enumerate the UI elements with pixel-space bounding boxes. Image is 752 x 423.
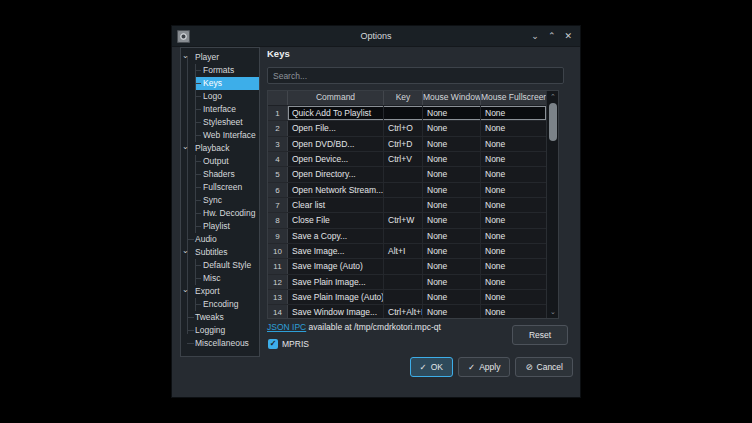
cell-command[interactable]: Save Window Image... — [288, 305, 384, 318]
sidebar-item-sync[interactable]: Sync — [195, 194, 259, 207]
cell-key[interactable]: Ctrl+V — [384, 152, 423, 166]
sidebar-item-interface[interactable]: Interface — [195, 103, 259, 116]
json-ipc-link[interactable]: JSON IPC — [267, 322, 306, 332]
cancel-button[interactable]: ⊘ Cancel — [515, 357, 573, 377]
cell-mouse-fullscreen[interactable]: None — [481, 137, 546, 151]
cell-mouse-fullscreen[interactable]: None — [481, 290, 546, 304]
table-row[interactable]: 6Open Network Stream...NoneNone — [268, 183, 546, 198]
cell-mouse-fullscreen[interactable]: None — [481, 106, 546, 120]
table-row[interactable]: 11Save Image (Auto)NoneNone — [268, 259, 546, 274]
search-input[interactable] — [267, 67, 564, 84]
cell-mouse-window[interactable]: None — [423, 275, 481, 289]
sidebar-item-logo[interactable]: Logo — [195, 90, 259, 103]
sidebar-item-output[interactable]: Output — [195, 155, 259, 168]
scrollbar-thumb[interactable] — [549, 103, 557, 141]
minimize-icon[interactable]: ⌄ — [531, 30, 539, 42]
header-command[interactable]: Command — [288, 91, 384, 105]
chevron-down-icon[interactable]: ⌄ — [182, 283, 189, 296]
sidebar-item-keys[interactable]: Keys — [195, 77, 259, 90]
sidebar-item-playlist[interactable]: Playlist — [195, 220, 259, 233]
sidebar-item-playback[interactable]: ⌄Playback — [195, 142, 259, 155]
sidebar-item-stylesheet[interactable]: Stylesheet — [195, 116, 259, 129]
mpris-checkbox[interactable]: ✓ — [268, 339, 278, 349]
cell-command[interactable]: Save Image (Auto) — [288, 259, 384, 273]
cell-key[interactable]: Ctrl+O — [384, 121, 423, 135]
sidebar-item-logging[interactable]: Logging — [195, 324, 259, 337]
apply-button[interactable]: ✓ Apply — [458, 357, 510, 377]
cell-mouse-fullscreen[interactable]: None — [481, 275, 546, 289]
cell-mouse-window[interactable]: None — [423, 167, 481, 181]
cell-command[interactable]: Open File... — [288, 121, 384, 135]
close-icon[interactable]: ✕ — [564, 30, 572, 42]
cell-command[interactable]: Open Network Stream... — [288, 183, 384, 197]
sidebar-item-shaders[interactable]: Shaders — [195, 168, 259, 181]
sidebar-item-tweaks[interactable]: Tweaks — [195, 311, 259, 324]
cell-key[interactable]: Ctrl+W — [384, 213, 423, 227]
cell-key[interactable] — [384, 290, 423, 304]
cell-key[interactable] — [384, 106, 423, 120]
cell-key[interactable] — [384, 275, 423, 289]
sidebar-item-audio[interactable]: Audio — [195, 233, 259, 246]
header-mouse-window[interactable]: Mouse Window — [423, 91, 481, 105]
table-row[interactable]: 1Quick Add To PlaylistNoneNone — [268, 106, 546, 121]
cell-mouse-fullscreen[interactable]: None — [481, 167, 546, 181]
mpris-row[interactable]: ✓ MPRIS — [268, 339, 309, 349]
cell-command[interactable]: Save a Copy... — [288, 229, 384, 243]
sidebar-item-player[interactable]: ⌄Player — [195, 51, 259, 64]
cell-mouse-fullscreen[interactable]: None — [481, 244, 546, 258]
cell-mouse-fullscreen[interactable]: None — [481, 121, 546, 135]
cell-key[interactable] — [384, 167, 423, 181]
cell-mouse-window[interactable]: None — [423, 229, 481, 243]
table-row[interactable]: 13Save Plain Image (Auto)NoneNone — [268, 290, 546, 305]
cell-command[interactable]: Open DVD/BD... — [288, 137, 384, 151]
table-row[interactable]: 5Open Directory...NoneNone — [268, 167, 546, 182]
cell-command[interactable]: Save Plain Image (Auto) — [288, 290, 384, 304]
cell-mouse-window[interactable]: None — [423, 121, 481, 135]
reset-button[interactable]: Reset — [512, 325, 568, 345]
cell-mouse-fullscreen[interactable]: None — [481, 198, 546, 212]
table-row[interactable]: 12Save Plain Image...NoneNone — [268, 275, 546, 290]
cell-mouse-window[interactable]: None — [423, 106, 481, 120]
cell-mouse-fullscreen[interactable]: None — [481, 152, 546, 166]
maximize-icon[interactable]: ⌃ — [548, 30, 556, 42]
cell-mouse-fullscreen[interactable]: None — [481, 213, 546, 227]
table-row[interactable]: 7Clear listNoneNone — [268, 198, 546, 213]
cell-mouse-fullscreen[interactable]: None — [481, 183, 546, 197]
cell-key[interactable] — [384, 183, 423, 197]
header-mouse-fullscreen[interactable]: Mouse Fullscreen — [481, 91, 546, 105]
chevron-down-icon[interactable]: ⌄ — [182, 140, 189, 153]
sidebar-item-fullscreen[interactable]: Fullscreen — [195, 181, 259, 194]
table-row[interactable]: 2Open File...Ctrl+ONoneNone — [268, 121, 546, 136]
table-row[interactable]: 3Open DVD/BD...Ctrl+DNoneNone — [268, 137, 546, 152]
titlebar[interactable]: Options ⌄ ⌃ ✕ — [172, 26, 580, 47]
sidebar-item-web-interface[interactable]: Web Interface — [195, 129, 259, 142]
cell-command[interactable]: Save Image... — [288, 244, 384, 258]
cell-command[interactable]: Open Directory... — [288, 167, 384, 181]
cell-mouse-window[interactable]: None — [423, 137, 481, 151]
sidebar-item-misc[interactable]: Misc — [195, 272, 259, 285]
cell-mouse-window[interactable]: None — [423, 213, 481, 227]
chevron-down-icon[interactable]: ⌄ — [182, 244, 189, 257]
scroll-down-icon[interactable]: ⌄ — [547, 307, 559, 317]
cell-mouse-fullscreen[interactable]: None — [481, 259, 546, 273]
cell-mouse-window[interactable]: None — [423, 259, 481, 273]
sidebar-item-encoding[interactable]: Encoding — [195, 298, 259, 311]
cell-command[interactable]: Close File — [288, 213, 384, 227]
cell-mouse-window[interactable]: None — [423, 198, 481, 212]
cell-key[interactable]: Alt+I — [384, 244, 423, 258]
sidebar-item-hw-decoding[interactable]: Hw. Decoding — [195, 207, 259, 220]
header-key[interactable]: Key — [384, 91, 423, 105]
cell-key[interactable] — [384, 198, 423, 212]
cell-key[interactable] — [384, 229, 423, 243]
cell-command[interactable]: Quick Add To Playlist — [288, 106, 384, 120]
table-row[interactable]: 9Save a Copy...NoneNone — [268, 229, 546, 244]
cell-mouse-window[interactable]: None — [423, 290, 481, 304]
scroll-up-icon[interactable]: ⌃ — [547, 92, 559, 102]
cell-mouse-window[interactable]: None — [423, 244, 481, 258]
table-scrollbar[interactable]: ⌃ ⌄ — [546, 91, 559, 318]
ok-button[interactable]: ✓ OK — [410, 357, 453, 377]
sidebar-item-subtitles[interactable]: ⌄Subtitles — [195, 246, 259, 259]
chevron-down-icon[interactable]: ⌄ — [182, 49, 189, 62]
cell-key[interactable]: Ctrl+D — [384, 137, 423, 151]
cell-key[interactable] — [384, 259, 423, 273]
